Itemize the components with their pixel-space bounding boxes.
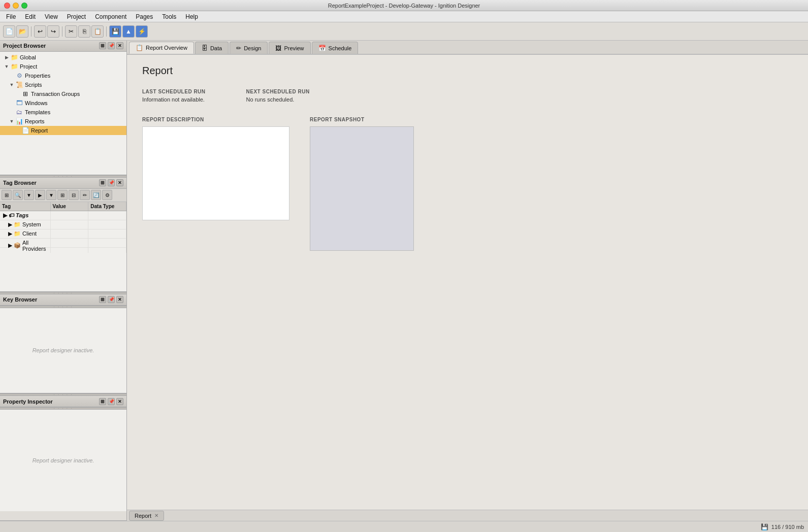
report-snapshot-box xyxy=(310,126,414,251)
property-inspector-float[interactable]: ⊞ xyxy=(99,398,106,405)
project-browser-float[interactable]: ⊞ xyxy=(99,42,106,49)
overview-tab-icon: 📋 xyxy=(136,44,143,51)
maximize-button[interactable] xyxy=(21,3,27,9)
window-icon: 🗔 xyxy=(15,99,23,107)
menu-help[interactable]: Help xyxy=(181,12,202,21)
tree-scripts[interactable]: ▼ 📜 Scripts xyxy=(0,80,126,89)
tag-btn-2[interactable]: 🔍 xyxy=(13,190,23,200)
tab-preview[interactable]: 🖼 Preview xyxy=(269,42,310,54)
tag-btn-7[interactable]: ⊟ xyxy=(69,190,79,200)
toolbar: 📄 📂 ↩ ↪ ✂ ⎘ 📋 💾 ▲ ⚡ xyxy=(0,22,808,41)
tree-report-item[interactable]: 📄 Report xyxy=(0,126,126,135)
project-browser-header: Project Browser ⊞ 📌 ✕ xyxy=(0,41,126,52)
tag-col-datatype: Data Type xyxy=(88,202,126,211)
key-browser-pin[interactable]: 📌 xyxy=(108,296,115,303)
tag-browser-close[interactable]: ✕ xyxy=(116,179,123,186)
tag-browser-controls: ⊞ 📌 ✕ xyxy=(99,179,123,186)
menu-component[interactable]: Component xyxy=(91,12,131,21)
system-label: System xyxy=(22,221,41,227)
menu-file[interactable]: File xyxy=(2,12,20,21)
data-tab-icon: 🗄 xyxy=(202,45,208,52)
tag-row-system[interactable]: ▶ 📁 System xyxy=(0,220,126,229)
tab-schedule[interactable]: 📅 Schedule xyxy=(312,42,359,54)
tag-btn-9[interactable]: 🔄 xyxy=(91,190,101,200)
key-browser-float[interactable]: ⊞ xyxy=(99,296,106,303)
client-label: Client xyxy=(22,230,37,237)
key-browser-content: Report designer inactive. xyxy=(0,308,126,393)
tags-label: Tags xyxy=(16,212,28,218)
menu-edit[interactable]: Edit xyxy=(21,12,40,21)
description-label: REPORT DESCRIPTION xyxy=(142,117,289,122)
tag-browser-pin[interactable]: 📌 xyxy=(108,179,115,186)
bottom-tab-close[interactable]: ✕ xyxy=(154,513,158,518)
tag-btn-4[interactable]: ▶ xyxy=(35,190,45,200)
project-browser: Project Browser ⊞ 📌 ✕ ▶ 📁 Global ▼ 📁 xyxy=(0,41,126,175)
tab-preview-label: Preview xyxy=(284,45,304,51)
system-arrow: ▶ xyxy=(8,221,12,228)
next-scheduled-run: NEXT SCHEDULED RUN No runs scheduled. xyxy=(246,89,310,103)
last-run-value: Information not available. xyxy=(142,96,206,103)
report-title: Report xyxy=(142,65,793,77)
client-arrow: ▶ xyxy=(8,230,12,237)
tag-row-all-providers[interactable]: ▶ 📦 All Providers xyxy=(0,239,126,248)
menu-project[interactable]: Project xyxy=(63,12,90,21)
tab-bar: 📋 Report Overview 🗄 Data ✏ Design 🖼 Prev… xyxy=(127,41,808,55)
menu-view[interactable]: View xyxy=(41,12,62,21)
menu-tools[interactable]: Tools xyxy=(158,12,180,21)
minimize-button[interactable] xyxy=(13,3,19,9)
tree-reports[interactable]: ▼ 📊 Reports xyxy=(0,117,126,126)
toolbar-undo[interactable]: ↩ xyxy=(34,25,46,38)
tag-btn-5[interactable]: ▼ xyxy=(46,190,56,200)
report-description-box xyxy=(142,126,289,220)
toolbar-redo[interactable]: ↪ xyxy=(47,25,59,38)
close-button[interactable] xyxy=(4,3,10,9)
tag-btn-8[interactable]: ✏ xyxy=(80,190,90,200)
providers-arrow: ▶ xyxy=(8,242,12,249)
system-icon: 📁 xyxy=(14,221,21,228)
property-inspector-header: Property Inspector ⊞ 📌 ✕ xyxy=(0,396,126,407)
tree-templates[interactable]: 🗂 Templates xyxy=(0,108,126,117)
menu-pages[interactable]: Pages xyxy=(132,12,157,21)
project-browser-close[interactable]: ✕ xyxy=(116,42,123,49)
tree-project[interactable]: ▼ 📁 Project xyxy=(0,62,126,71)
key-browser: Key Browser ⊞ 📌 ✕ · · · · · Report desig… xyxy=(0,294,126,393)
property-inspector-close[interactable]: ✕ xyxy=(116,398,123,405)
key-browser-title: Key Browser xyxy=(3,296,37,303)
tree-global[interactable]: ▶ 📁 Global xyxy=(0,53,126,62)
toolbar-new[interactable]: 📄 xyxy=(3,25,15,38)
toolbar-publish[interactable]: ▲ xyxy=(122,25,135,38)
tag-btn-6[interactable]: ⊞ xyxy=(57,190,68,200)
toolbar-connect[interactable]: ⚡ xyxy=(136,25,148,38)
tag-row-client[interactable]: ▶ 📁 Client xyxy=(0,229,126,239)
tag-btn-10[interactable]: ⚙ xyxy=(102,190,112,200)
bottom-tab-bar: Report ✕ xyxy=(127,510,808,521)
tree-transaction-groups[interactable]: ⊞ Transaction Groups xyxy=(0,89,126,98)
tab-overview[interactable]: 📋 Report Overview xyxy=(129,42,194,54)
property-inspector-controls: ⊞ 📌 ✕ xyxy=(99,398,123,405)
report-panels: REPORT DESCRIPTION REPORT SNAPSHOT xyxy=(142,117,793,251)
tab-data[interactable]: 🗄 Data xyxy=(195,42,229,54)
property-inspector: Property Inspector ⊞ 📌 ✕ · · · · · Repor… xyxy=(0,396,126,521)
tag-browser-title: Tag Browser xyxy=(3,180,37,186)
status-icon: 💾 xyxy=(761,523,768,530)
tag-row-tags[interactable]: ▶ 🏷 Tags xyxy=(0,211,126,220)
toolbar-cut[interactable]: ✂ xyxy=(65,25,77,38)
property-inspector-pin[interactable]: 📌 xyxy=(108,398,115,405)
last-run-label: LAST SCHEDULED RUN xyxy=(142,89,206,94)
tree-windows[interactable]: 🗔 Windows xyxy=(0,98,126,108)
toolbar-copy[interactable]: ⎘ xyxy=(78,25,90,38)
toolbar-paste[interactable]: 📋 xyxy=(91,25,104,38)
bottom-tab-report[interactable]: Report ✕ xyxy=(129,511,164,521)
property-inspector-title: Property Inspector xyxy=(3,398,53,405)
tree-properties[interactable]: ⚙ Properties xyxy=(0,71,126,80)
tab-design[interactable]: ✏ Design xyxy=(230,42,268,54)
toolbar-open[interactable]: 📂 xyxy=(16,25,28,38)
toolbar-save[interactable]: 💾 xyxy=(109,25,121,38)
next-run-label: NEXT SCHEDULED RUN xyxy=(246,89,310,94)
tag-browser-float[interactable]: ⊞ xyxy=(99,179,106,186)
tag-btn-3[interactable]: ▼ xyxy=(24,190,34,200)
tag-btn-1[interactable]: ⊞ xyxy=(2,190,12,200)
project-browser-pin[interactable]: 📌 xyxy=(108,42,115,49)
key-browser-close[interactable]: ✕ xyxy=(116,296,123,303)
folder-icon: 📁 xyxy=(10,53,18,61)
